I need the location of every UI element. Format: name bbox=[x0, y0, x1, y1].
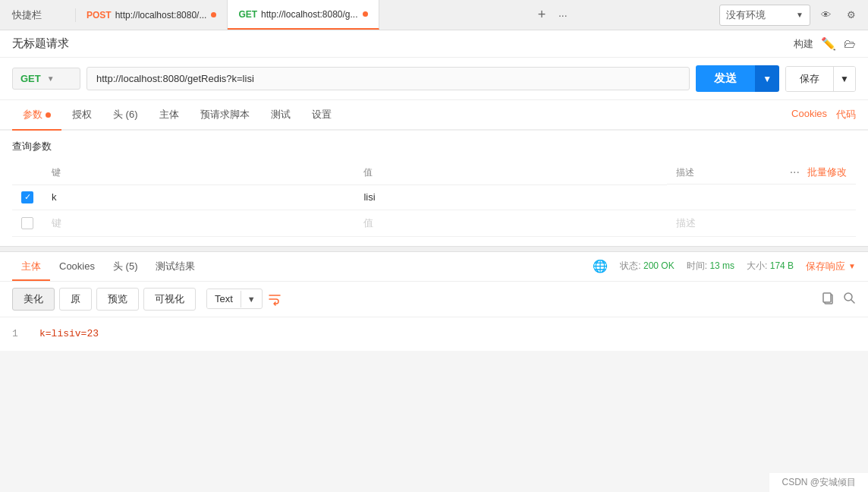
url-input[interactable] bbox=[86, 67, 690, 90]
resp-tab-headers[interactable]: 头 (5) bbox=[104, 252, 147, 281]
beautify-button[interactable]: 美化 bbox=[12, 288, 55, 311]
tabs-nav-right: Cookies 代码 bbox=[791, 108, 856, 121]
env-label: 没有环境 bbox=[726, 8, 766, 22]
send-button[interactable]: 发送 bbox=[696, 65, 755, 92]
send-dropdown-button[interactable]: ▼ bbox=[755, 65, 779, 92]
eye-icon: 👁 bbox=[821, 9, 831, 20]
more-options-icon[interactable]: ··· bbox=[790, 166, 800, 179]
cookies-link[interactable]: Cookies bbox=[791, 108, 827, 121]
tab-auth-label: 授权 bbox=[72, 108, 92, 121]
params-active-dot bbox=[46, 112, 51, 118]
status-label: 状态: 200 OK bbox=[620, 260, 674, 273]
tab-post[interactable]: POST http://localhost:8080/... bbox=[76, 0, 228, 30]
table-row-placeholder: 键 值 描述 bbox=[12, 210, 856, 236]
save-dropdown-button[interactable]: ▼ bbox=[833, 67, 855, 91]
send-btn-group: 发送 ▼ bbox=[696, 65, 779, 92]
wrap-button[interactable] bbox=[267, 292, 282, 307]
tab-get-dot bbox=[363, 11, 368, 17]
table-row: k lisi bbox=[12, 184, 856, 210]
env-select[interactable]: 没有环境 ▼ bbox=[719, 5, 810, 26]
time-value: 13 ms bbox=[709, 260, 734, 271]
env-dropdown-arrow: ▼ bbox=[796, 11, 804, 19]
globe-icon: 🌐 bbox=[593, 259, 608, 273]
tab-nav-auth[interactable]: 授权 bbox=[61, 100, 102, 129]
url-bar: GET ▼ 发送 ▼ 保存 ▼ bbox=[0, 58, 868, 100]
method-select[interactable]: GET ▼ bbox=[12, 68, 80, 90]
tab-get-url: http://localhost:8080/g... bbox=[261, 9, 357, 20]
placeholder-key[interactable]: 键 bbox=[42, 210, 354, 236]
save-btn-group: 保存 ▼ bbox=[785, 66, 856, 92]
placeholder-value[interactable]: 值 bbox=[354, 210, 666, 236]
text-format-dropdown[interactable]: ▼ bbox=[241, 291, 262, 308]
env-eye-button[interactable]: 👁 bbox=[815, 5, 836, 26]
resp-headers-label: 头 (5) bbox=[113, 260, 138, 272]
row-desc[interactable] bbox=[667, 184, 856, 210]
col-value: 值 bbox=[354, 161, 666, 184]
top-tab-bar: 快捷栏 POST http://localhost:8080/... GET h… bbox=[0, 0, 868, 30]
desc-label: 描述 bbox=[676, 166, 694, 179]
tab-nav-prerequest[interactable]: 预请求脚本 bbox=[190, 100, 260, 129]
save-alt-icon[interactable]: 🗁 bbox=[844, 37, 856, 51]
code-content-1: k=lisiv=23 bbox=[39, 326, 99, 342]
resp-tab-cookies[interactable]: Cookies bbox=[50, 253, 104, 279]
tab-headers-label: 头 (6) bbox=[113, 108, 138, 121]
code-area: 1 k=lisiv=23 bbox=[0, 317, 868, 352]
watermark-text: CSDN @安城倾目 bbox=[782, 477, 856, 487]
resp-body-label: 主体 bbox=[21, 260, 41, 272]
search-response-button[interactable] bbox=[842, 291, 856, 308]
batch-edit-link[interactable]: 批量修改 bbox=[807, 166, 847, 179]
save-response-label: 保存响应 bbox=[806, 260, 845, 273]
tab-get[interactable]: GET http://localhost:8080/g... bbox=[228, 0, 379, 30]
row-value[interactable]: lisi bbox=[354, 184, 666, 210]
preview-button[interactable]: 预览 bbox=[96, 288, 139, 311]
tab-nav-params[interactable]: 参数 bbox=[12, 100, 61, 129]
checkbox-checked-icon[interactable] bbox=[21, 191, 33, 203]
placeholder-desc[interactable]: 描述 bbox=[667, 210, 856, 236]
env-gear-button[interactable]: ⚙ bbox=[841, 5, 862, 26]
params-table: 键 值 描述 ··· 批量修改 k lisi bbox=[12, 161, 856, 237]
save-response-button[interactable]: 保存响应 ▼ bbox=[806, 260, 856, 273]
more-tabs-button[interactable]: ··· bbox=[558, 9, 568, 21]
copy-response-button[interactable] bbox=[821, 291, 835, 308]
tab-test-label: 测试 bbox=[271, 108, 291, 121]
row-key[interactable]: k bbox=[42, 184, 354, 210]
tab-nav-body[interactable]: 主体 bbox=[149, 100, 190, 129]
params-section: 查询参数 键 值 描述 ··· 批量修改 bbox=[0, 131, 868, 246]
save-button[interactable]: 保存 bbox=[786, 67, 833, 91]
tab-nav-settings[interactable]: 设置 bbox=[301, 100, 342, 129]
col-key: 键 bbox=[42, 161, 354, 184]
response-section: 主体 Cookies 头 (5) 测试结果 🌐 状态: 200 OK 时间: 1… bbox=[0, 252, 868, 352]
save-response-dropdown-arrow: ▼ bbox=[848, 262, 856, 270]
request-tabs-nav: 参数 授权 头 (6) 主体 预请求脚本 测试 设置 Cookies 代码 bbox=[0, 100, 868, 131]
resp-cookies-label: Cookies bbox=[59, 260, 95, 272]
svg-line-3 bbox=[851, 300, 854, 303]
resp-tab-body[interactable]: 主体 bbox=[12, 252, 50, 281]
raw-button[interactable]: 原 bbox=[59, 288, 92, 311]
code-link[interactable]: 代码 bbox=[836, 108, 856, 121]
footer-watermark: CSDN @安城倾目 bbox=[769, 473, 868, 492]
size-label: 大小: 174 B bbox=[747, 260, 794, 273]
add-tab-button[interactable]: + bbox=[531, 5, 552, 26]
tab-nav-headers[interactable]: 头 (6) bbox=[102, 100, 149, 129]
title-actions: 构建 ✏️ 🗁 bbox=[794, 36, 856, 51]
quick-access[interactable]: 快捷栏 bbox=[0, 8, 76, 22]
tab-nav-test[interactable]: 测试 bbox=[260, 100, 301, 129]
size-value: 174 B bbox=[770, 260, 794, 271]
visualize-button[interactable]: 可视化 bbox=[143, 288, 196, 311]
quick-access-label: 快捷栏 bbox=[12, 8, 42, 22]
edit-icon[interactable]: ✏️ bbox=[821, 36, 836, 51]
row-checkbox[interactable] bbox=[12, 184, 42, 210]
tab-post-dot bbox=[211, 12, 216, 17]
tab-settings-label: 设置 bbox=[312, 108, 332, 121]
tab-get-method: GET bbox=[238, 9, 257, 20]
gear-icon: ⚙ bbox=[847, 9, 856, 20]
request-title: 无标题请求 bbox=[12, 36, 69, 51]
text-format-select: Text ▼ bbox=[206, 289, 263, 309]
checkbox-unchecked-icon[interactable] bbox=[21, 217, 33, 229]
line-number-1: 1 bbox=[12, 326, 27, 342]
method-value: GET bbox=[20, 73, 41, 84]
resp-tab-test-results[interactable]: 测试结果 bbox=[146, 252, 204, 281]
tab-prerequest-label: 预请求脚本 bbox=[200, 108, 250, 121]
col-desc: 描述 ··· 批量修改 bbox=[667, 161, 856, 184]
status-value: 200 OK bbox=[643, 260, 675, 271]
